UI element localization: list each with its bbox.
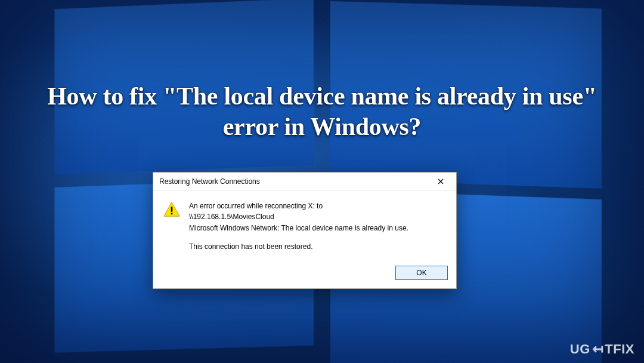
error-status: This connection has not been restored. <box>189 242 444 252</box>
error-line-1: An error occurred while reconnecting X: … <box>189 201 444 211</box>
watermark-pre: UG <box>570 342 590 357</box>
article-headline: How to fix "The local device name is alr… <box>36 81 608 142</box>
warning-icon <box>163 201 181 220</box>
error-detail: Microsoft Windows Network: The local dev… <box>189 223 444 233</box>
ok-button[interactable]: OK <box>395 266 448 280</box>
error-path: \\192.168.1.5\MoviesCloud <box>189 212 444 222</box>
arrow-icon: ↦ <box>592 342 603 357</box>
close-button[interactable] <box>428 173 454 190</box>
dialog-titlebar[interactable]: Restoring Network Connections <box>153 173 456 190</box>
dialog-button-bar: OK <box>153 260 456 288</box>
close-icon <box>438 179 444 184</box>
dialog-title: Restoring Network Connections <box>159 177 260 186</box>
error-dialog: Restoring Network Connections An error o… <box>153 172 457 289</box>
svg-rect-0 <box>171 207 173 211</box>
watermark-post: TFIX <box>605 342 634 357</box>
svg-rect-1 <box>171 213 173 215</box>
site-watermark: UG↦TFIX <box>570 342 634 357</box>
dialog-body: An error occurred while reconnecting X: … <box>153 190 456 260</box>
dialog-message: An error occurred while reconnecting X: … <box>189 201 444 253</box>
